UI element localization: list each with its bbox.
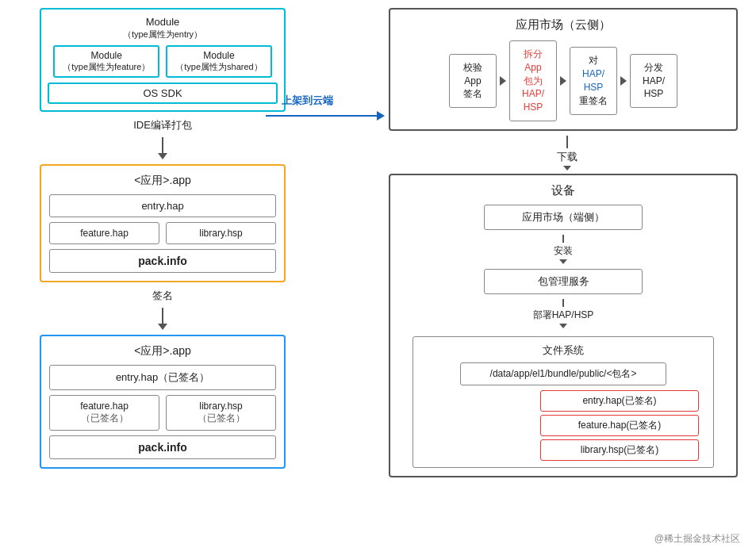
- module-shared-box: Module （type属性为shared）: [166, 45, 271, 78]
- file-system-box: 文件系统 /data/app/el1/bundle/public/<包名> en…: [413, 336, 714, 468]
- fs-files: entry.hap(已签名) feature.hap(已签名) library.…: [420, 390, 707, 461]
- right-panel: 应用市场（云侧） 校验App签名 拆分 App 包为 HAP/ HSP: [389, 8, 746, 477]
- download-label: 下载: [557, 150, 578, 164]
- feature-hap-box: feature.hap: [49, 222, 159, 244]
- fs-title: 文件系统: [420, 343, 707, 358]
- install-arrow: 安装: [554, 235, 573, 264]
- step-arrow-2: [560, 76, 566, 86]
- app-market-device-box: 应用市场（端侧）: [484, 205, 643, 230]
- deploy-arrow: 部署HAP/HSP: [533, 299, 594, 328]
- module-top-box: Module （type属性为entry） Module （type属性为fea…: [40, 8, 286, 112]
- upload-arrow-head: [377, 111, 385, 121]
- device-inner: 应用市场（端侧） 安装 包管理服务 部署HAP/HSP 文件系统: [398, 205, 728, 468]
- step4-box: 分发HAP/HSP: [630, 54, 677, 108]
- cloud-title: 应用市场（云侧）: [398, 17, 728, 33]
- os-sdk-box: OS SDK: [48, 82, 278, 104]
- fs-entry-box: entry.hap(已签名): [540, 390, 699, 412]
- pack-info-box-yellow: pack.info: [49, 249, 276, 273]
- step1-box: 校验App签名: [449, 54, 497, 108]
- sign-label: 签名: [16, 289, 309, 303]
- arrow-down-1: [16, 137, 309, 159]
- module-sub-row: Module （type属性为feature） Module （type属性为s…: [48, 45, 278, 78]
- left-panel: Module （type属性为entry） Module （type属性为fea…: [16, 8, 309, 469]
- app-blue-title: <应用>.app: [49, 344, 276, 358]
- download-section: 下载: [389, 136, 746, 171]
- step2-box: 拆分 App 包为 HAP/ HSP: [509, 40, 557, 121]
- inner-row-2: feature.hap （已签名） library.hsp （已签名）: [49, 395, 276, 431]
- step3-box: 对 HAP/ HSP 重签名: [570, 47, 617, 114]
- fs-library-box: library.hsp(已签名): [540, 439, 699, 461]
- entry-hap-signed-box: entry.hap（已签名）: [49, 365, 276, 390]
- cloud-market-box: 应用市场（云侧） 校验App签名 拆分 App 包为 HAP/ HSP: [389, 8, 738, 131]
- app-yellow-title: <应用>.app: [49, 174, 276, 188]
- step-arrow-1: [500, 76, 506, 86]
- pkg-manager-box: 包管理服务: [484, 269, 643, 294]
- diagram: Module （type属性为entry） Module （type属性为fea…: [0, 0, 756, 552]
- upload-label: 上架到云端: [282, 94, 333, 108]
- module-title: Module （type属性为entry）: [48, 16, 278, 40]
- module-feature-box: Module （type属性为feature）: [53, 45, 159, 78]
- watermark: @稀土掘金技术社区: [654, 532, 740, 546]
- deploy-label: 部署HAP/HSP: [533, 309, 594, 322]
- install-label: 安装: [554, 244, 573, 258]
- fs-feature-box: feature.hap(已签名): [540, 415, 699, 436]
- inner-row-1: feature.hap library.hsp: [49, 222, 276, 244]
- app-box-yellow: <应用>.app entry.hap feature.hap library.h…: [40, 164, 286, 282]
- app-box-blue: <应用>.app entry.hap（已签名） feature.hap （已签名…: [40, 335, 286, 469]
- step-arrow-3: [620, 76, 627, 86]
- pack-info-box-blue: pack.info: [49, 435, 276, 459]
- library-hsp-signed-box: library.hsp （已签名）: [166, 395, 276, 431]
- upload-arrow-line: [266, 115, 377, 117]
- entry-hap-box: entry.hap: [49, 194, 276, 217]
- device-title: 设备: [398, 183, 728, 198]
- library-hsp-box: library.hsp: [166, 222, 276, 244]
- feature-hap-signed-box: feature.hap （已签名）: [49, 395, 159, 431]
- arrow-down-2: [16, 308, 309, 330]
- fs-path-box: /data/app/el1/bundle/public/<包名>: [460, 362, 666, 385]
- cloud-steps: 校验App签名 拆分 App 包为 HAP/ HSP 对 HAP/ HSP: [398, 40, 728, 121]
- device-box: 设备 应用市场（端侧） 安装 包管理服务 部署HAP/HSP: [389, 174, 738, 477]
